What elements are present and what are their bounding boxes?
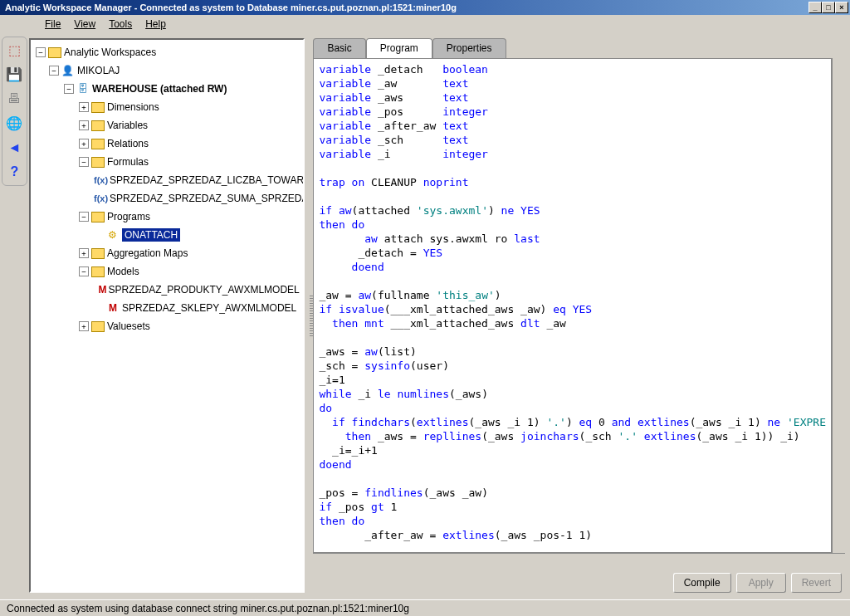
tab-properties[interactable]: Properties (432, 38, 506, 58)
revert-button[interactable]: Revert (791, 573, 842, 593)
tree-model1-label[interactable]: SPRZEDAZ_PRODUKTY_AWXMLMODEL (109, 284, 300, 296)
tree-models[interactable]: − Models (34, 262, 300, 281)
tree-variables-label[interactable]: Variables (107, 120, 148, 131)
window-title: Analytic Workspace Manager - Connected a… (2, 2, 808, 12)
titlebar: Analytic Workspace Manager - Connected a… (0, 0, 850, 15)
globe-icon[interactable]: 🌐 (4, 114, 24, 133)
tree-programs[interactable]: − Programs (34, 208, 300, 226)
tree-programs-label[interactable]: Programs (107, 211, 150, 222)
tree-valuesets-label[interactable]: Valuesets (107, 320, 150, 332)
vertical-scrollbar[interactable] (832, 58, 845, 553)
tab-program[interactable]: Program (366, 38, 432, 58)
print-icon[interactable]: 🖶 (4, 90, 24, 109)
minimize-button[interactable]: _ (808, 2, 822, 13)
expand-icon[interactable]: + (79, 321, 89, 331)
tree-warehouse[interactable]: − 🗄 WAREHOUSE (attached RW) (34, 80, 300, 98)
splitter[interactable] (308, 33, 314, 599)
folder-icon (90, 210, 105, 223)
expand-icon[interactable]: + (79, 248, 89, 258)
tree-root-label[interactable]: Analytic Workspaces (64, 46, 156, 58)
tree-aggmaps[interactable]: + Aggregation Maps (34, 244, 300, 262)
folder-icon (90, 137, 105, 150)
tree-aggmaps-label[interactable]: Aggregation Maps (107, 247, 188, 259)
maximize-button[interactable]: □ (822, 2, 835, 13)
tree-formulas-label[interactable]: Formulas (107, 156, 149, 168)
menubar: File View Tools Help (0, 15, 850, 33)
tree-onattach-label[interactable]: ONATTACH (122, 228, 180, 242)
tree-root[interactable]: − Analytic Workspaces (34, 43, 300, 61)
tree-model2-label[interactable]: SPRZEDAZ_SKLEPY_AWXMLMODEL (122, 302, 296, 314)
back-icon[interactable]: ◄ (4, 138, 24, 157)
tree-variables[interactable]: + Variables (34, 116, 300, 134)
expand-icon[interactable]: + (79, 102, 89, 112)
collapse-icon[interactable]: − (79, 212, 89, 222)
tree-program-item[interactable]: ⚙ ONATTACH (34, 226, 300, 244)
tree-model-item[interactable]: M SPRZEDAZ_SKLEPY_AWXMLMODEL (34, 299, 300, 317)
code-editor[interactable]: variable _detach boolean variable _aw te… (313, 58, 832, 553)
tree-formula2-label[interactable]: SPRZEDAZ_SPRZEDAZ_SUMA_SPRZEDAZY (110, 193, 305, 204)
right-panel: Basic Program Properties variable _detac… (313, 38, 845, 593)
folder-icon (90, 119, 105, 132)
collapse-icon[interactable]: − (36, 47, 46, 57)
save-icon[interactable]: 💾 (4, 65, 24, 84)
tree-valuesets[interactable]: + Valuesets (34, 317, 300, 335)
tree-user[interactable]: − 👤 MIKOLAJ (34, 61, 300, 80)
formula-icon: f(x) (94, 192, 108, 205)
compile-button[interactable]: Compile (673, 573, 731, 593)
folder-icon (90, 265, 105, 278)
gear-icon: ⚙ (105, 228, 120, 242)
expand-icon[interactable]: + (79, 120, 89, 130)
tab-bar: Basic Program Properties (313, 38, 845, 58)
tree-warehouse-label[interactable]: WAREHOUSE (attached RW) (92, 83, 227, 95)
tree-formulas[interactable]: − Formulas (34, 153, 300, 171)
menu-file[interactable]: File (40, 17, 66, 32)
expand-icon[interactable]: + (79, 139, 89, 149)
tree-relations[interactable]: + Relations (34, 134, 300, 153)
menu-tools[interactable]: Tools (104, 17, 137, 32)
left-toolbar: ⬚ 💾 🖶 🌐 ◄ ? (2, 37, 27, 186)
folder-icon (90, 100, 105, 114)
database-icon: 🗄 (76, 82, 90, 95)
formula-icon: f(x) (94, 174, 108, 187)
tree-model-item[interactable]: M SPRZEDAZ_PRODUKTY_AWXMLMODEL (34, 281, 300, 299)
collapse-icon[interactable]: − (49, 66, 59, 76)
tab-basic[interactable]: Basic (313, 38, 365, 58)
model-icon: M (99, 283, 107, 296)
status-text: Connected as system using database conne… (7, 603, 409, 614)
collapse-icon[interactable]: − (79, 266, 89, 276)
tree-models-label[interactable]: Models (107, 266, 139, 277)
tree-formula1-label[interactable]: SPRZEDAZ_SPRZEDAZ_LICZBA_TOWAROW (110, 174, 305, 186)
folder-icon (90, 247, 105, 260)
tree-dimensions[interactable]: + Dimensions (34, 98, 300, 116)
button-row: Compile Apply Revert (313, 566, 845, 593)
tree-formula-item[interactable]: f(x) SPRZEDAZ_SPRZEDAZ_SUMA_SPRZEDAZY (34, 189, 300, 208)
user-icon: 👤 (61, 64, 76, 77)
connect-icon[interactable]: ⬚ (4, 41, 24, 60)
tree-user-label[interactable]: MIKOLAJ (77, 65, 120, 76)
tree-relations-label[interactable]: Relations (107, 138, 149, 149)
model-icon: M (105, 301, 120, 315)
menu-help[interactable]: Help (140, 17, 171, 32)
collapse-icon[interactable]: − (64, 84, 74, 94)
help-icon[interactable]: ? (4, 163, 24, 182)
collapse-icon[interactable]: − (79, 157, 89, 167)
statusbar: Connected as system using database conne… (0, 599, 850, 616)
tree-dimensions-label[interactable]: Dimensions (107, 101, 159, 113)
tree-panel: − Analytic Workspaces − 👤 MIKOLAJ − 🗄 WA… (29, 38, 305, 593)
close-button[interactable]: × (835, 2, 848, 13)
apply-button[interactable]: Apply (736, 573, 786, 593)
tree-formula-item[interactable]: f(x) SPRZEDAZ_SPRZEDAZ_LICZBA_TOWAROW (34, 171, 300, 189)
folder-icon (90, 155, 105, 169)
folder-icon (90, 320, 105, 333)
horizontal-scrollbar[interactable] (313, 553, 845, 566)
folder-icon (47, 46, 62, 59)
menu-view[interactable]: View (69, 17, 100, 32)
